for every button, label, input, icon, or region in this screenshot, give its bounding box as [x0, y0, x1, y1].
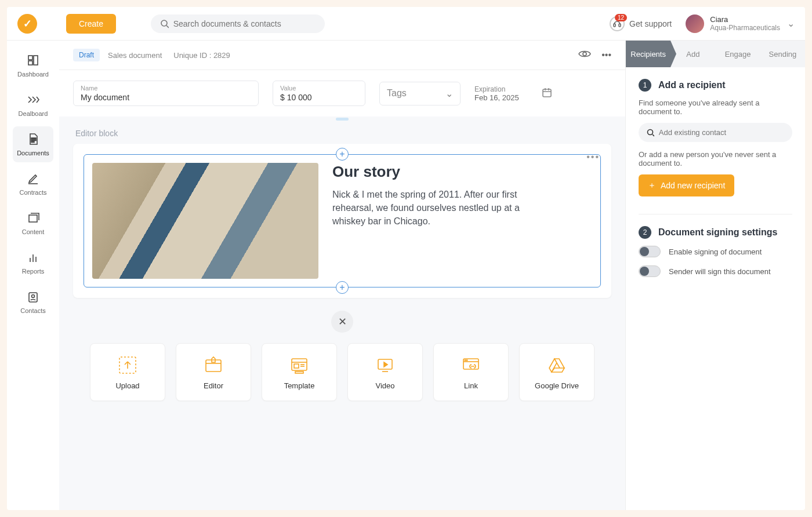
app-logo[interactable]: ✓	[17, 14, 37, 34]
chevron-down-icon: ⌄	[787, 18, 795, 29]
story-title[interactable]: Our story	[332, 163, 553, 181]
video-icon	[375, 355, 396, 376]
svg-point-16	[583, 52, 586, 56]
chevron-down-icon: ⌄	[445, 88, 453, 99]
svg-rect-7	[31, 138, 36, 139]
value-field[interactable]: Value $ 10 000	[273, 81, 365, 106]
document-fields: Name My document Value $ 10 000 Tags ⌄ E…	[59, 70, 625, 116]
svg-rect-3	[619, 24, 621, 27]
main-content: Draft Sales document Unique ID : 2829 ••…	[59, 41, 625, 510]
get-support-button[interactable]: 12 Get support	[610, 16, 672, 31]
layers-icon	[26, 211, 40, 225]
user-menu[interactable]: Ciara Aqua-Pharmaceuticals ⌄	[686, 14, 795, 33]
svg-point-0	[161, 20, 167, 26]
svg-rect-8	[31, 140, 36, 141]
editor-card: ••• + Our story Nick & I met the spring …	[73, 144, 611, 298]
calendar-button[interactable]	[541, 86, 553, 100]
svg-rect-10	[29, 215, 37, 222]
top-bar: ✓ Create 12 Get support Ciara Aqua-Pharm…	[7, 7, 805, 41]
dealboard-icon	[26, 93, 40, 107]
name-field[interactable]: Name My document	[73, 81, 259, 106]
content-block-selected[interactable]: + Our story Nick & I met the spring of 2…	[84, 154, 601, 287]
template-icon	[289, 355, 310, 376]
tile-upload[interactable]: Upload	[90, 343, 165, 401]
doc-type-label: Sales document	[108, 51, 162, 60]
pen-icon	[26, 172, 40, 185]
insert-below-button[interactable]: +	[336, 281, 349, 294]
nav-contacts[interactable]: Contacts	[13, 284, 53, 320]
more-menu-button[interactable]: •••	[601, 50, 611, 60]
tags-select[interactable]: Tags ⌄	[379, 82, 461, 105]
editor-icon	[203, 355, 224, 376]
step-add[interactable]: Add	[670, 41, 715, 67]
tile-template[interactable]: Template	[262, 343, 337, 401]
search-icon	[160, 19, 169, 28]
svg-rect-2	[614, 24, 615, 27]
nav-documents[interactable]: Documents	[13, 126, 53, 162]
preview-button[interactable]	[578, 49, 591, 61]
right-panel: Recipients Add Engage Sending 1 Add a re…	[625, 41, 805, 510]
svg-rect-22	[206, 360, 221, 372]
svg-rect-26	[294, 364, 299, 368]
svg-rect-17	[543, 89, 551, 97]
tile-editor[interactable]: Editor	[176, 343, 251, 401]
global-search[interactable]	[151, 14, 325, 33]
search-icon	[647, 129, 654, 137]
close-toolbar-button[interactable]: ✕	[331, 311, 353, 333]
support-badge: 12	[615, 14, 627, 21]
toggle-enable-signing[interactable]	[639, 246, 661, 257]
toggle-sender-sign-label: Sender will sign this document	[669, 267, 771, 276]
add-new-recipient-button[interactable]: ＋ Add new recipient	[639, 174, 734, 196]
user-name: Ciara	[710, 15, 780, 24]
add-recipient-sub: Find someone you've already sent a docum…	[639, 99, 792, 116]
status-chip: Draft	[73, 49, 100, 61]
add-recipient-title: Add a recipient	[658, 80, 726, 90]
svg-point-34	[465, 359, 466, 361]
story-image[interactable]	[92, 163, 318, 279]
search-input[interactable]	[173, 19, 316, 28]
plus-icon: ＋	[648, 180, 656, 191]
wizard-stepper: Recipients Add Engage Sending	[626, 41, 805, 67]
section-number-2: 2	[639, 226, 651, 239]
svg-rect-29	[295, 372, 303, 373]
left-nav: Dashboard Dealboard Documents Contracts …	[7, 41, 59, 510]
nav-dashboard[interactable]: Dashboard	[13, 48, 53, 83]
tile-link[interactable]: Link	[433, 343, 509, 401]
tile-google-drive[interactable]: Google Drive	[519, 343, 594, 401]
toggle-sender-sign[interactable]	[639, 265, 661, 277]
svg-point-36	[648, 129, 653, 134]
section-number-1: 1	[639, 79, 651, 92]
bars-icon	[26, 250, 40, 264]
create-button[interactable]: Create	[66, 14, 116, 34]
svg-line-1	[166, 26, 169, 28]
nav-dealboard[interactable]: Dealboard	[13, 87, 53, 123]
avatar	[686, 14, 704, 33]
dashboard-icon	[26, 53, 40, 67]
step-recipients[interactable]: Recipients	[626, 41, 670, 67]
user-org: Aqua-Pharmaceuticals	[710, 24, 780, 32]
nav-contracts[interactable]: Contracts	[13, 166, 53, 202]
existing-contact-input[interactable]	[659, 128, 784, 137]
step-sending[interactable]: Sending	[760, 41, 805, 67]
document-header: Draft Sales document Unique ID : 2829 ••…	[59, 41, 625, 70]
svg-rect-9	[31, 141, 34, 143]
insert-above-button[interactable]: +	[336, 148, 349, 161]
step-engage[interactable]: Engage	[716, 41, 760, 67]
upload-icon	[117, 355, 138, 376]
nav-content[interactable]: Content	[13, 205, 53, 241]
svg-rect-6	[28, 61, 32, 65]
svg-rect-4	[28, 56, 32, 60]
unique-id-label: Unique ID : 2829	[173, 51, 230, 60]
tile-video[interactable]: Video	[347, 343, 423, 401]
check-icon: ✓	[23, 17, 32, 30]
divider	[639, 214, 792, 214]
drag-handle[interactable]	[336, 118, 349, 121]
google-drive-icon	[546, 355, 567, 376]
contact-icon	[26, 290, 40, 304]
nav-reports[interactable]: Reports	[13, 245, 53, 281]
or-add-new-label: Or add a new person you've never sent a …	[639, 150, 792, 168]
toggle-enable-signing-label: Enable signing of document	[669, 247, 762, 256]
svg-line-37	[652, 134, 654, 136]
existing-contact-search[interactable]	[639, 123, 792, 142]
story-body[interactable]: Nick & I met the spring of 2011. After o…	[332, 188, 553, 228]
